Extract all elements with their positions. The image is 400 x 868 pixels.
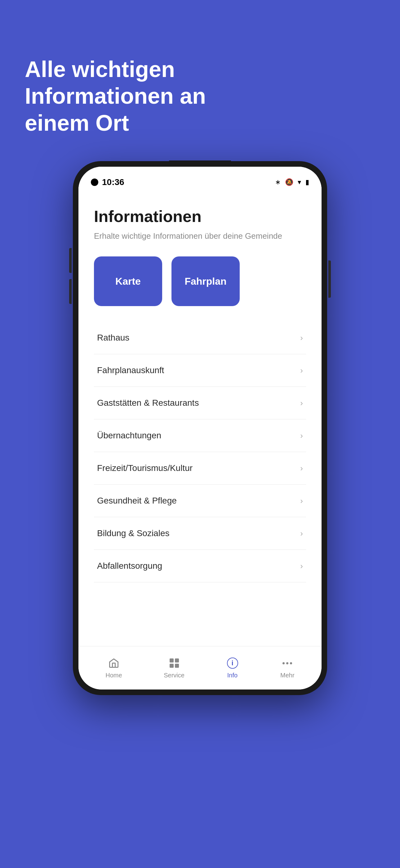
page-hero-title: Alle wichtigen Informationen an einem Or…	[0, 0, 248, 155]
fahrplan-button[interactable]: Fahrplan	[171, 256, 240, 306]
status-time: 10:36	[91, 177, 124, 187]
app-content: Informationen Erhalte wichtige Informati…	[78, 191, 322, 646]
service-grid-icon	[168, 657, 180, 669]
menu-item-uebernachtungen[interactable]: Übernachtungen ›	[94, 420, 306, 452]
menu-item-gaststaetten[interactable]: Gaststätten & Restaurants ›	[94, 387, 306, 420]
menu-item-abfall[interactable]: Abfallentsorgung ›	[94, 550, 306, 582]
camera-icon	[91, 179, 98, 186]
status-bar: 10:36 ∗ 🔕 ▾ ▮	[78, 167, 322, 191]
wifi-icon: ▾	[298, 178, 301, 186]
info-icon: i	[226, 657, 239, 669]
phone-screen: 10:36 ∗ 🔕 ▾ ▮ Informationen Erhalte wich…	[78, 167, 322, 689]
karte-button[interactable]: Karte	[94, 256, 162, 306]
chevron-right-icon: ›	[300, 333, 303, 343]
power-button	[328, 260, 331, 298]
bluetooth-icon: ∗	[275, 178, 280, 186]
nav-info[interactable]: i Info	[217, 654, 248, 682]
phone-mockup: 10:36 ∗ 🔕 ▾ ▮ Informationen Erhalte wich…	[73, 161, 327, 695]
chevron-right-icon: ›	[300, 496, 303, 506]
menu-item-fahrplanauskunft[interactable]: Fahrplanauskunft ›	[94, 354, 306, 387]
menu-item-bildung[interactable]: Bildung & Soziales ›	[94, 517, 306, 550]
status-icons: ∗ 🔕 ▾ ▮	[275, 178, 309, 186]
nav-home[interactable]: Home	[96, 654, 131, 682]
app-title: Informationen	[94, 207, 306, 226]
home-icon	[108, 657, 120, 669]
chevron-right-icon: ›	[300, 366, 303, 375]
bell-silent-icon: 🔕	[285, 178, 293, 186]
nav-mehr-label: Mehr	[280, 672, 295, 679]
more-icon	[281, 657, 294, 669]
menu-item-gesundheit[interactable]: Gesundheit & Pflege ›	[94, 485, 306, 517]
nav-mehr[interactable]: Mehr	[271, 654, 304, 682]
volume-down-button	[69, 279, 72, 304]
chevron-right-icon: ›	[300, 431, 303, 440]
bottom-navigation: Home Service i Info	[78, 646, 322, 689]
volume-up-button	[69, 248, 72, 273]
nav-service[interactable]: Service	[155, 654, 194, 682]
app-subtitle: Erhalte wichtige Informationen über dein…	[94, 231, 306, 241]
menu-item-rathaus[interactable]: Rathaus ›	[94, 321, 306, 354]
menu-list: Rathaus › Fahrplanauskunft › Gaststätten…	[94, 321, 306, 646]
nav-info-label: Info	[227, 672, 237, 679]
chevron-right-icon: ›	[300, 561, 303, 571]
chevron-right-icon: ›	[300, 464, 303, 473]
chevron-right-icon: ›	[300, 398, 303, 408]
nav-service-label: Service	[164, 672, 185, 679]
action-buttons-row: Karte Fahrplan	[94, 256, 306, 306]
battery-icon: ▮	[305, 178, 309, 186]
chevron-right-icon: ›	[300, 529, 303, 538]
nav-home-label: Home	[105, 672, 122, 679]
menu-item-freizeit[interactable]: Freizeit/Tourismus/Kultur ›	[94, 452, 306, 485]
